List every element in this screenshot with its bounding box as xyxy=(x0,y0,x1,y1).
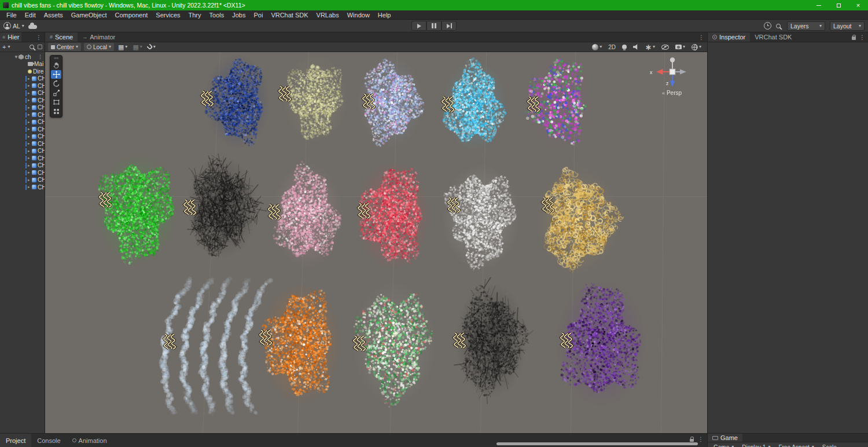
hidden-objects-toggle[interactable] xyxy=(660,43,670,52)
account-button[interactable]: AL ▾ xyxy=(3,22,24,30)
tab-scene[interactable]: # Scene xyxy=(45,32,78,42)
inspector-lock-icon[interactable] xyxy=(852,36,856,40)
tool-handle-position-dropdown[interactable]: Center ▾ xyxy=(48,43,81,51)
kebab-menu-icon[interactable]: ⋮ xyxy=(36,34,42,41)
rect-tool[interactable] xyxy=(51,98,61,107)
scene-audio-toggle[interactable] xyxy=(632,43,640,52)
fold-arrow-icon[interactable]: ▸ xyxy=(28,98,32,102)
scale-tool[interactable] xyxy=(51,89,61,97)
projection-toggle[interactable]: « Persp xyxy=(646,90,698,96)
menu-item-window[interactable]: Window xyxy=(343,10,374,19)
pause-button[interactable] xyxy=(426,21,442,31)
menu-item-assets[interactable]: Assets xyxy=(40,10,67,19)
tab-game[interactable]: Game xyxy=(708,434,742,442)
menu-item-vrchat-sdk[interactable]: VRChat SDK xyxy=(267,10,312,19)
menu-item-component[interactable]: Component xyxy=(111,10,152,19)
menu-item-vrlabs[interactable]: VRLabs xyxy=(312,10,343,19)
hierarchy-item-chi-4[interactable]: ▸CHI xyxy=(0,90,45,97)
search-icon[interactable] xyxy=(776,24,781,28)
fold-arrow-icon[interactable]: ▸ xyxy=(28,156,32,160)
hierarchy-item-mai-0[interactable]: Mai xyxy=(0,61,45,68)
menu-item-gameobject[interactable]: GameObject xyxy=(67,10,111,19)
tab-vrchat-sdk[interactable]: VRChat SDK xyxy=(750,32,796,42)
tool-handle-rotation-dropdown[interactable]: Local ▾ xyxy=(84,43,114,51)
layers-dropdown[interactable]: Layers ▾ xyxy=(787,21,825,31)
cloud-services-icon[interactable] xyxy=(28,25,37,29)
fold-arrow-icon[interactable]: ▼ xyxy=(14,54,19,60)
hierarchy-item-chi-15[interactable]: ▸CHI xyxy=(0,169,45,177)
gizmo-y-handle[interactable] xyxy=(670,57,675,62)
horizontal-scrollbar[interactable] xyxy=(496,442,698,445)
hierarchy-item-chi-14[interactable]: ▸CHI xyxy=(0,162,45,170)
overlay-drag-handle[interactable]: ≡≡ xyxy=(54,56,58,60)
tab-animation[interactable]: Animation xyxy=(67,434,113,447)
hierarchy-item-chi-6[interactable]: ▸CHI xyxy=(0,104,45,112)
rotate-tool[interactable] xyxy=(51,79,61,88)
menu-item-tools[interactable]: Tools xyxy=(205,10,229,19)
menu-item-edit[interactable]: Edit xyxy=(21,10,40,19)
gizmo-negx-handle[interactable] xyxy=(680,69,686,75)
game-game-dropdown[interactable]: Game▾ xyxy=(710,444,737,447)
kebab-menu-icon[interactable]: ⋮ xyxy=(859,34,865,41)
fold-arrow-icon[interactable]: ▸ xyxy=(28,83,32,88)
tab-animator[interactable]: → Animator xyxy=(78,32,120,42)
draw-mode-dropdown[interactable]: ▾ xyxy=(591,43,603,52)
gizmo-z-handle[interactable] xyxy=(670,81,675,87)
custom-tool[interactable] xyxy=(51,107,61,116)
undo-history-icon[interactable] xyxy=(764,22,771,30)
camera-settings-dropdown[interactable]: ▾ xyxy=(674,43,686,52)
game-free-aspect-dropdown[interactable]: Free Aspect▾ xyxy=(775,444,817,447)
hierarchy-item-dire-1[interactable]: Dire xyxy=(0,68,45,75)
fold-arrow-icon[interactable]: ▸ xyxy=(28,127,32,131)
fold-arrow-icon[interactable]: ▸ xyxy=(28,134,32,139)
fold-arrow-icon[interactable]: ▸ xyxy=(28,178,32,182)
hierarchy-item-chi-3[interactable]: ▸CHI xyxy=(0,82,45,90)
hierarchy-item-chi-13[interactable]: ▸CHI xyxy=(0,155,45,162)
menu-item-poi[interactable]: Poi xyxy=(249,10,267,19)
hierarchy-item-chi-17[interactable]: ▸CHI xyxy=(0,184,45,191)
gizmo-cube[interactable] xyxy=(670,69,675,75)
hierarchy-panel-icon[interactable] xyxy=(38,45,42,49)
menu-item-thry[interactable]: Thry xyxy=(185,10,205,19)
hierarchy-item-chi-7[interactable]: ▸CHI xyxy=(0,111,45,119)
menu-item-jobs[interactable]: Jobs xyxy=(228,10,249,19)
tab-console[interactable]: Console xyxy=(31,434,66,447)
hierarchy-item-chi-2[interactable]: ▸CHI xyxy=(0,75,45,83)
kebab-menu-icon[interactable]: ⋮ xyxy=(38,54,45,60)
lock-icon[interactable] xyxy=(690,439,694,442)
hierarchy-item-chi-8[interactable]: ▸CHI xyxy=(0,119,45,126)
layout-dropdown[interactable]: Layout ▾ xyxy=(830,21,865,31)
grid-visibility-dropdown[interactable]: ▦▾ xyxy=(117,43,128,52)
create-add-button[interactable]: + xyxy=(2,44,6,50)
hierarchy-item-chi-11[interactable]: ▸CHI xyxy=(0,140,45,148)
game-display-1-dropdown[interactable]: Display 1▾ xyxy=(738,444,774,447)
hierarchy-item-chi-5[interactable]: ▸CHI xyxy=(0,97,45,104)
hierarchy-item-chi-9[interactable]: ▸CHI xyxy=(0,126,45,133)
orientation-gizmo[interactable]: x z « Persp xyxy=(646,54,698,96)
tab-inspector[interactable]: Inspector xyxy=(708,32,750,42)
tab-project[interactable]: Project xyxy=(0,434,31,447)
tab-hierarchy[interactable]: ≡ Hier xyxy=(0,32,21,42)
menu-item-help[interactable]: Help xyxy=(374,10,395,19)
snap-increment-dropdown[interactable]: ▾ xyxy=(146,43,157,52)
gizmos-dropdown[interactable]: ▾ xyxy=(690,43,703,52)
close-button[interactable]: × xyxy=(848,0,868,10)
hierarchy-root-scene[interactable]: ▼ch⋮ xyxy=(0,53,45,61)
maximize-button[interactable] xyxy=(829,0,848,10)
fold-arrow-icon[interactable]: ▸ xyxy=(28,163,32,168)
fold-arrow-icon[interactable]: ▸ xyxy=(28,185,32,189)
hierarchy-item-chi-16[interactable]: ▸CHI xyxy=(0,177,45,184)
kebab-menu-icon[interactable]: ⋮ xyxy=(698,34,704,41)
fold-arrow-icon[interactable]: ▸ xyxy=(28,120,32,124)
scene-lighting-toggle[interactable] xyxy=(621,43,628,52)
play-button[interactable] xyxy=(411,21,426,31)
scene-viewport-canvas[interactable] xyxy=(45,52,707,433)
effects-dropdown[interactable]: ∗▾ xyxy=(644,43,656,52)
kebab-menu-icon[interactable]: ⋮ xyxy=(698,436,704,442)
step-button[interactable] xyxy=(442,21,457,31)
fold-arrow-icon[interactable]: ▸ xyxy=(28,91,32,96)
move-tool[interactable] xyxy=(51,70,61,79)
hierarchy-search-icon[interactable] xyxy=(30,45,34,49)
view-tool[interactable] xyxy=(51,61,61,69)
2d-toggle[interactable]: 2D xyxy=(607,43,617,52)
